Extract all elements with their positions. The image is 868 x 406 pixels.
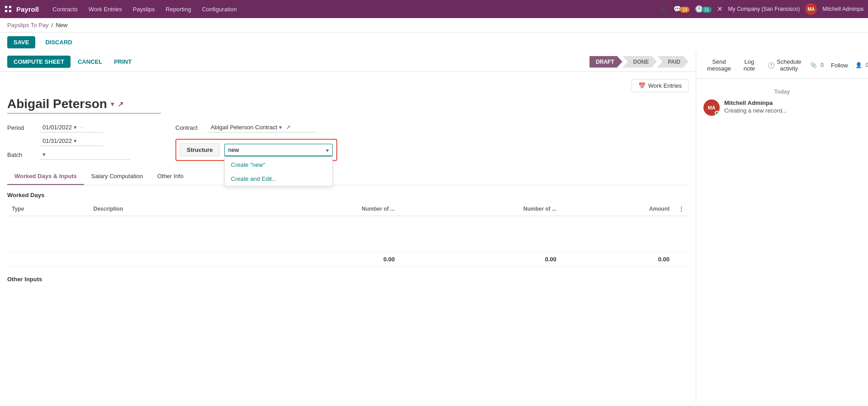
- contract-input[interactable]: Abigail Peterson Contract ▾ ↗: [208, 123, 316, 132]
- avatar[interactable]: MA: [805, 3, 817, 15]
- total-number2: 0.00: [399, 252, 561, 267]
- batch-arrow: ▾: [42, 151, 46, 158]
- send-message-button[interactable]: Send message: [703, 57, 735, 74]
- form-toolbar: COMPUTE SHEET CANCEL PRINT DRAFT DONE PA…: [0, 52, 696, 72]
- clock-icon: 🕐: [768, 62, 775, 69]
- period-start-input[interactable]: 01/01/2022 ▾ -: [40, 123, 103, 132]
- nav-reporting[interactable]: Reporting: [161, 4, 195, 14]
- chatter-avatar: MA: [703, 99, 720, 116]
- nav-work-entries[interactable]: Work Entries: [84, 4, 127, 14]
- col-number2: Number of ...: [399, 202, 561, 216]
- structure-dropdown-arrow[interactable]: ▾: [326, 146, 329, 153]
- topnav-links: Contracts Work Entries Payslips Reportin…: [48, 4, 659, 14]
- cancel-button[interactable]: CANCEL: [73, 56, 107, 68]
- contract-external-link[interactable]: ↗: [286, 124, 291, 131]
- phone-icon[interactable]: 📞: [659, 5, 668, 13]
- paperclip-icon: 📎: [810, 62, 817, 68]
- user-label: Mitchell Adminpa: [822, 6, 863, 12]
- structure-dropdown: Create "new" Create and Edit...: [224, 157, 333, 186]
- svg-rect-1: [9, 6, 11, 8]
- structure-input[interactable]: [224, 144, 333, 156]
- chatter-text: Creating a new record...: [724, 107, 787, 114]
- contract-row: Contract Abigail Peterson Contract ▾ ↗: [175, 123, 337, 132]
- svg-rect-0: [5, 6, 7, 8]
- work-entries-button[interactable]: 📅 Work Entries: [632, 79, 689, 92]
- worked-days-title: Worked Days: [7, 192, 689, 198]
- brand-label: Payroll: [16, 5, 39, 13]
- employee-dropdown-arrow[interactable]: ▾: [111, 100, 114, 108]
- nav-contracts[interactable]: Contracts: [48, 4, 82, 14]
- chatter-counts: 📎 0 Follow 👤 0: [810, 60, 868, 71]
- table-row-empty: [7, 216, 689, 252]
- chatter-body: Today MA Mitchell Adminpa Creating a new…: [696, 79, 868, 127]
- nav-configuration[interactable]: Configuration: [198, 4, 241, 14]
- total-amount: 0.00: [561, 252, 674, 267]
- chat-icon[interactable]: 💬14: [673, 5, 689, 13]
- tab-worked-days[interactable]: Worked Days & Inputs: [7, 168, 84, 185]
- status-done[interactable]: DONE: [623, 56, 657, 68]
- svg-rect-3: [9, 10, 11, 12]
- structure-row: Structure ▾ Create "new" Create and Edit…: [175, 139, 337, 161]
- period-row: Period 01/01/2022 ▾ -: [7, 123, 130, 132]
- dropdown-create-edit[interactable]: Create and Edit...: [225, 172, 332, 186]
- breadcrumb-current: New: [56, 22, 67, 28]
- follow-button[interactable]: Follow: [827, 60, 852, 71]
- col-type: Type: [7, 202, 89, 216]
- batch-row: Batch ▾: [7, 150, 130, 160]
- print-button[interactable]: PRINT: [109, 56, 136, 68]
- form-area: COMPUTE SHEET CANCEL PRINT DRAFT DONE PA…: [0, 52, 696, 403]
- chatter: Send message Log note 🕐 Schedule activit…: [696, 52, 868, 403]
- breadcrumb-sep: /: [52, 22, 53, 28]
- structure-label: Structure: [180, 143, 220, 156]
- nav-payslips[interactable]: Payslips: [128, 4, 159, 14]
- main-layout: COMPUTE SHEET CANCEL PRINT DRAFT DONE PA…: [0, 52, 868, 403]
- period-end-input[interactable]: 01/31/2022 ▾: [40, 136, 103, 146]
- online-indicator: [715, 111, 719, 115]
- topnav-right: 📞 💬14 🕐31 ✕ My Company (San Francisco) M…: [659, 3, 863, 15]
- batch-input[interactable]: ▾: [40, 150, 130, 160]
- status-pipeline: DRAFT DONE PAID: [590, 56, 689, 68]
- structure-highlight-box: Structure ▾ Create "new" Create and Edit…: [175, 139, 337, 161]
- period-label: Period: [7, 124, 34, 131]
- log-note-button[interactable]: Log note: [740, 57, 759, 74]
- msg-count: 0: [821, 62, 824, 68]
- dropdown-create-new[interactable]: Create "new": [225, 158, 332, 172]
- close-icon[interactable]: ✕: [717, 5, 723, 13]
- status-draft[interactable]: DRAFT: [590, 56, 623, 68]
- totals-row: 0.00 0.00 0.00: [7, 252, 689, 267]
- employee-name-value: Abigail Peterson: [7, 97, 107, 111]
- right-fields: Contract Abigail Peterson Contract ▾ ↗ S…: [175, 123, 337, 161]
- left-fields: Period 01/01/2022 ▾ - 01/31/2022 ▾: [7, 123, 130, 160]
- contract-label: Contract: [175, 124, 203, 131]
- tab-worked-days-content: Worked Days Type Description Number of .…: [7, 192, 689, 283]
- chat-badge: 14: [680, 7, 689, 13]
- structure-input-wrap: ▾ Create "new" Create and Edit...: [224, 144, 333, 156]
- compute-sheet-button[interactable]: COMPUTE SHEET: [7, 56, 71, 68]
- col-actions: ⋮: [674, 202, 689, 216]
- save-button[interactable]: SAVE: [7, 36, 35, 48]
- topnav: Payroll Contracts Work Entries Payslips …: [0, 0, 868, 18]
- schedule-activity-button[interactable]: 🕐 Schedule activity: [764, 57, 805, 74]
- activity-icon[interactable]: 🕐31: [695, 5, 711, 13]
- action-bar: SAVE DISCARD: [0, 33, 868, 52]
- period-start-arrow: ▾: [74, 124, 77, 131]
- column-settings-icon[interactable]: ⋮: [679, 206, 684, 212]
- activity-badge: 31: [702, 7, 711, 13]
- chatter-date-header: Today: [703, 89, 861, 95]
- col-description: Description: [89, 202, 237, 216]
- total-number1: 0.00: [238, 252, 399, 267]
- tab-other-info[interactable]: Other Info: [150, 168, 191, 185]
- form-actions: COMPUTE SHEET CANCEL PRINT: [7, 56, 136, 68]
- discard-button[interactable]: DISCARD: [39, 36, 78, 48]
- breadcrumb-parent[interactable]: Payslips To Pay: [7, 22, 49, 28]
- form-fields: Period 01/01/2022 ▾ - 01/31/2022 ▾: [7, 123, 689, 161]
- tab-salary-computation[interactable]: Salary Computation: [84, 168, 150, 185]
- worked-days-table: Type Description Number of ... Number of…: [7, 202, 689, 267]
- employee-external-link[interactable]: ↗: [118, 100, 123, 109]
- period-end-arrow: ▾: [74, 137, 77, 144]
- status-paid[interactable]: PAID: [657, 56, 689, 68]
- form-content: 📅 Work Entries Abigail Peterson ▾ ↗ Peri…: [0, 72, 696, 293]
- grid-icon[interactable]: [5, 5, 12, 13]
- svg-rect-2: [5, 10, 7, 12]
- follower-icon: 👤: [855, 62, 862, 68]
